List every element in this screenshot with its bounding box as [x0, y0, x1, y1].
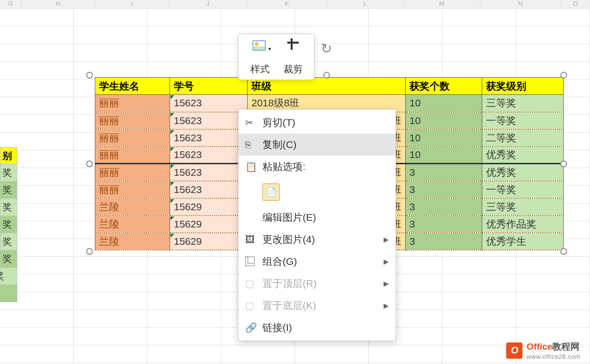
cell-name[interactable]: 丽丽	[95, 95, 170, 112]
crop-label[interactable]: 裁剪	[284, 63, 303, 76]
col-i[interactable]: I	[95, 0, 170, 8]
resize-handle-top-left[interactable]	[86, 72, 93, 79]
cell-id[interactable]: 15623	[170, 95, 248, 112]
cell-count[interactable]: 3	[406, 164, 482, 181]
menu-link[interactable]: 🔗 链接(I)	[238, 317, 396, 339]
resize-handle-top-mid[interactable]	[323, 72, 330, 79]
style-label[interactable]: 样式	[250, 63, 270, 76]
resize-handle-mid-right[interactable]	[560, 160, 567, 167]
left-partial-cell: 奖	[0, 216, 17, 233]
col-n[interactable]: N	[480, 0, 562, 8]
cell-name[interactable]: 丽丽	[95, 147, 170, 164]
group-icon: ⿺	[245, 256, 262, 267]
header-award-count[interactable]: 获奖个数	[406, 78, 482, 95]
col-g[interactable]: G	[0, 0, 22, 8]
cell-level[interactable]: 优秀学生	[482, 233, 564, 250]
watermark: O Office教程网 www.office26.com	[506, 341, 580, 360]
scissors-icon: ✂	[245, 117, 262, 128]
menu-edit-picture[interactable]: 编辑图片(E)	[238, 206, 396, 228]
col-k[interactable]: K	[247, 0, 328, 8]
watermark-title: Office教程网	[526, 341, 580, 353]
left-partial-cell: 奖	[0, 164, 17, 182]
cell-id[interactable]: 15623	[170, 112, 248, 129]
cell-level[interactable]: 三等奖	[482, 198, 564, 216]
left-partial-cell: 奖	[0, 199, 17, 216]
left-partial-cell: 作品奖	[0, 268, 17, 285]
menu-cut[interactable]: ✂ 剪切(T)	[238, 112, 396, 134]
menu-bring-front: ▢ 置于顶层(R) ▶	[238, 273, 396, 295]
cell-level[interactable]: 优秀作品奖	[482, 216, 564, 233]
resize-handle-bottom-left[interactable]	[86, 248, 93, 255]
cell-id[interactable]: 15623	[170, 147, 248, 164]
paste-default-icon[interactable]: 📄	[262, 183, 280, 201]
change-picture-icon: 🖼	[245, 234, 262, 245]
cell-level[interactable]: 优秀奖	[482, 164, 564, 181]
column-headers: G H I J K L M N O	[0, 0, 590, 9]
mini-toolbar: ▾ 样式 裁剪	[238, 34, 315, 80]
resize-handle-top-right[interactable]	[560, 72, 567, 79]
header-student-name[interactable]: 学生姓名	[95, 78, 170, 95]
cell-id[interactable]: 15623	[170, 129, 248, 147]
chevron-right-icon: ▶	[384, 236, 389, 243]
left-partial-column: 别 奖 奖 奖 奖 奖 奖 作品奖 学生	[0, 147, 17, 302]
col-m[interactable]: M	[404, 0, 480, 8]
col-l[interactable]: L	[327, 0, 404, 8]
cell-count[interactable]: 3	[406, 233, 482, 250]
chevron-right-icon: ▶	[384, 280, 389, 287]
cell-name[interactable]: 兰陵	[95, 198, 170, 216]
cell-count[interactable]: 10	[406, 129, 482, 147]
col-j[interactable]: J	[170, 0, 247, 8]
menu-paste-default[interactable]: 📄	[238, 178, 396, 206]
cell-count[interactable]: 3	[406, 181, 482, 198]
context-menu: ✂ 剪切(T) ⎘ 复制(C) 📋 粘贴选项: 📄 编辑图片(E) 🖼 更改图片…	[238, 109, 396, 341]
clipboard-icon: 📋	[245, 161, 262, 172]
cell-count[interactable]: 10	[406, 95, 482, 112]
cell-name[interactable]: 丽丽	[95, 164, 170, 181]
resize-handle-bottom-right[interactable]	[560, 248, 567, 255]
watermark-url: www.office26.com	[526, 353, 580, 360]
menu-group[interactable]: ⿺ 组合(G) ▶	[238, 250, 396, 273]
cell-id[interactable]: 15629	[170, 198, 248, 216]
chevron-right-icon: ▶	[384, 302, 389, 309]
bring-front-icon: ▢	[245, 278, 262, 289]
menu-send-back: ▢ 置于底层(K) ▶	[238, 295, 396, 317]
chevron-right-icon: ▶	[384, 258, 389, 265]
cell-name[interactable]: 丽丽	[95, 181, 170, 198]
col-o[interactable]: O	[561, 0, 590, 8]
header-student-id[interactable]: 学号	[170, 78, 248, 95]
link-icon: 🔗	[245, 322, 262, 333]
col-h[interactable]: H	[22, 0, 95, 8]
cell-count[interactable]: 10	[406, 112, 482, 129]
menu-paste-options: 📋 粘贴选项:	[238, 156, 396, 178]
cell-name[interactable]: 丽丽	[95, 112, 170, 129]
header-award-level[interactable]: 获奖级别	[482, 78, 564, 95]
left-partial-cell: 奖	[0, 250, 17, 268]
menu-copy[interactable]: ⎘ 复制(C)	[238, 134, 396, 156]
style-icon[interactable]: ▾	[252, 40, 271, 54]
left-partial-cell: 学生	[0, 285, 17, 302]
send-back-icon: ▢	[245, 300, 262, 311]
cell-id[interactable]: 15623	[170, 164, 248, 181]
copy-icon: ⎘	[245, 139, 262, 150]
cell-id[interactable]: 15629	[170, 233, 248, 250]
cell-level[interactable]: 三等奖	[482, 95, 564, 112]
cell-level[interactable]: 二等奖	[482, 129, 564, 147]
cell-count[interactable]: 3	[406, 216, 482, 233]
cell-level[interactable]: 优秀奖	[482, 147, 564, 164]
cell-level[interactable]: 一等奖	[482, 112, 564, 129]
resize-handle-mid-left[interactable]	[86, 160, 93, 167]
cell-name[interactable]: 兰陵	[95, 233, 170, 250]
cell-name[interactable]: 丽丽	[95, 129, 170, 147]
cell-level[interactable]: 一等奖	[482, 181, 564, 198]
crop-icon[interactable]	[289, 40, 300, 54]
watermark-logo-icon: O	[506, 342, 522, 359]
cell-count[interactable]: 3	[406, 198, 482, 216]
rotate-handle-icon[interactable]: ↻	[321, 41, 332, 57]
cell-id[interactable]: 15629	[170, 216, 248, 233]
menu-change-picture[interactable]: 🖼 更改图片(4) ▶	[238, 228, 396, 250]
left-partial-cell: 奖	[0, 233, 17, 250]
left-partial-header: 别	[0, 147, 17, 164]
cell-name[interactable]: 兰陵	[95, 216, 170, 233]
cell-id[interactable]: 15623	[170, 181, 248, 198]
cell-count[interactable]: 10	[406, 147, 482, 164]
